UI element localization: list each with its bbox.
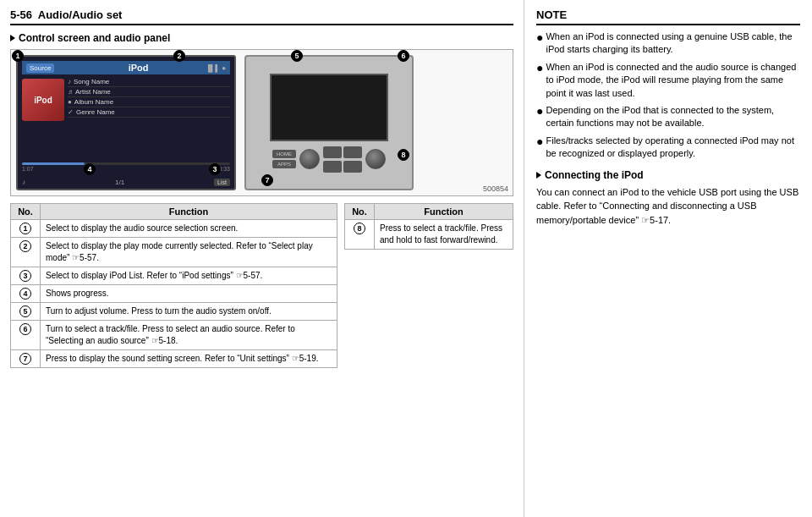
progress-bar: 1:07 3:33 xyxy=(22,162,230,172)
section-title: Control screen and audio panel xyxy=(10,32,513,44)
progress-track xyxy=(22,162,230,165)
song-name: Song Name xyxy=(74,78,109,85)
note-item: ●When an iPod is connected and the audio… xyxy=(536,61,800,100)
left-panel: 5-56 Audio/Audio set Control screen and … xyxy=(0,0,524,517)
note-title: NOTE xyxy=(536,8,800,25)
note-text: Files/tracks selected by operating a con… xyxy=(546,135,800,161)
bullet-icon: ● xyxy=(536,30,543,57)
row-number: 3 xyxy=(11,267,41,285)
row-number: 4 xyxy=(11,285,41,303)
note-item: ●When an iPod is connected using a genui… xyxy=(536,30,800,57)
prev-track-btn[interactable] xyxy=(323,146,342,158)
source-bar: Source iPod ▐▌▌ ● xyxy=(22,61,230,74)
next-track-btn[interactable] xyxy=(343,146,362,158)
page-title: Audio/Audio set xyxy=(38,8,123,21)
connecting-title: Connecting the iPod xyxy=(536,169,800,181)
note-item: ●Depending on the iPod that is connected… xyxy=(536,104,800,130)
genre-icon: ✓ xyxy=(68,108,74,116)
fwd-btn[interactable] xyxy=(343,161,362,173)
table-left: No. Function 1Select to display the audi… xyxy=(10,203,337,368)
bottom-bar: ♪ 1/1 List xyxy=(22,179,230,186)
list-button[interactable]: List xyxy=(214,179,230,186)
time-info: 1:07 3:33 xyxy=(22,166,230,172)
row-function: Select to display the audio source selec… xyxy=(41,220,337,238)
table-row: 7Press to display the sound setting scre… xyxy=(11,350,337,368)
table-row: 4Shows progress. xyxy=(11,285,337,303)
track-buttons xyxy=(323,146,362,173)
connecting-text: You can connect an iPod to the vehicle U… xyxy=(536,185,800,228)
bullet-icon: ● xyxy=(536,61,543,100)
right-panel: NOTE ●When an iPod is connected using a … xyxy=(524,0,812,517)
ipod-thumbnail: iPod xyxy=(22,79,64,121)
unit-area: HOME APPS xyxy=(244,55,414,190)
note-text: When an iPod is connected and the audio … xyxy=(546,61,800,100)
time-start: 1:07 xyxy=(22,166,34,172)
counter: 1/1 xyxy=(115,179,124,186)
row-function: Select to display iPod List. Refer to “i… xyxy=(41,267,337,285)
genre-name: Genre Name xyxy=(76,108,115,116)
right-table-col-func: Function xyxy=(375,204,513,220)
album-icon: ● xyxy=(68,98,72,106)
connecting-label: Connecting the iPod xyxy=(545,169,644,181)
right-table-col-no: No. xyxy=(345,204,375,220)
source-button[interactable]: Source xyxy=(26,63,54,73)
triangle-icon xyxy=(10,35,15,41)
row-function: Turn to adjust volume. Press to turn the… xyxy=(41,303,337,321)
left-buttons: HOME APPS xyxy=(272,150,296,168)
badge-7: 7 xyxy=(261,174,273,186)
progress-fill xyxy=(22,162,85,165)
apps-button[interactable]: APPS xyxy=(272,160,296,168)
track-info: ♪ Song Name ♬ Artist Name ● Album Name xyxy=(68,77,230,121)
row-function: Press to display the sound setting scree… xyxy=(41,350,337,368)
note-text: When an iPod is connected using a genuin… xyxy=(546,30,800,57)
ipod-logo: iPod xyxy=(34,96,52,105)
badge-1: 1 xyxy=(12,50,24,62)
note-text: Depending on the iPod that is connected … xyxy=(546,104,800,130)
genre-row: ✓ Genre Name xyxy=(68,107,230,118)
rew-btn[interactable] xyxy=(323,161,342,173)
row-number: 1 xyxy=(11,220,41,238)
note-icon: ♪ xyxy=(68,78,71,85)
table-row: 2Select to display the play mode current… xyxy=(11,238,337,267)
bullet-icon: ● xyxy=(536,104,543,130)
unit-screen xyxy=(270,74,388,141)
row-function: Press to select a track/file. Press and … xyxy=(375,220,513,250)
badge-5: 5 xyxy=(291,50,303,62)
left-table-col-func: Function xyxy=(41,204,337,220)
center-controls xyxy=(299,149,320,169)
artist-name: Artist Name xyxy=(75,88,111,96)
unit-mockup: HOME APPS xyxy=(244,55,414,190)
page-header: 5-56 Audio/Audio set xyxy=(10,8,513,25)
song-row: ♪ Song Name xyxy=(68,77,230,87)
row-number: 8 xyxy=(345,220,375,250)
track-btn-row-1 xyxy=(323,146,362,158)
artist-icon: ♬ xyxy=(68,88,73,96)
album-name: Album Name xyxy=(74,98,113,106)
row-number: 6 xyxy=(11,321,41,350)
row-function: Turn to select a track/file. Press to se… xyxy=(41,321,337,350)
left-knob[interactable] xyxy=(299,149,320,169)
left-table-col-no: No. xyxy=(11,204,41,220)
row-number: 2 xyxy=(11,238,41,267)
table-row: 8Press to select a track/file. Press and… xyxy=(345,220,513,250)
badge-4: 4 xyxy=(84,163,96,175)
control-section-label: Control screen and audio panel xyxy=(19,32,170,44)
left-function-table: No. Function 1Select to display the audi… xyxy=(10,203,337,368)
control-image-area: Source iPod ▐▌▌ ● iPod ♪ Song Name xyxy=(10,49,513,196)
badge-6: 6 xyxy=(398,50,409,62)
row-function: Select to display the play mode currentl… xyxy=(41,238,337,267)
image-label: 500854 xyxy=(483,184,508,193)
row-function: Shows progress. xyxy=(41,285,337,303)
table-row: 1Select to display the audio source sele… xyxy=(11,220,337,238)
badge-3: 3 xyxy=(209,163,221,175)
table-row: 3Select to display iPod List. Refer to “… xyxy=(11,267,337,285)
artist-row: ♬ Artist Name xyxy=(68,87,230,97)
right-function-table: No. Function 8Press to select a track/fi… xyxy=(344,203,513,250)
badge-2: 2 xyxy=(173,50,185,62)
triangle-icon-2 xyxy=(536,172,541,179)
note-section: ●When an iPod is connected using a genui… xyxy=(536,30,800,161)
right-knob[interactable] xyxy=(365,149,386,169)
music-icon: ♪ xyxy=(22,179,25,186)
screen-content: iPod ♪ Song Name ♬ Artist Name xyxy=(22,77,230,121)
home-button[interactable]: HOME xyxy=(272,150,296,158)
